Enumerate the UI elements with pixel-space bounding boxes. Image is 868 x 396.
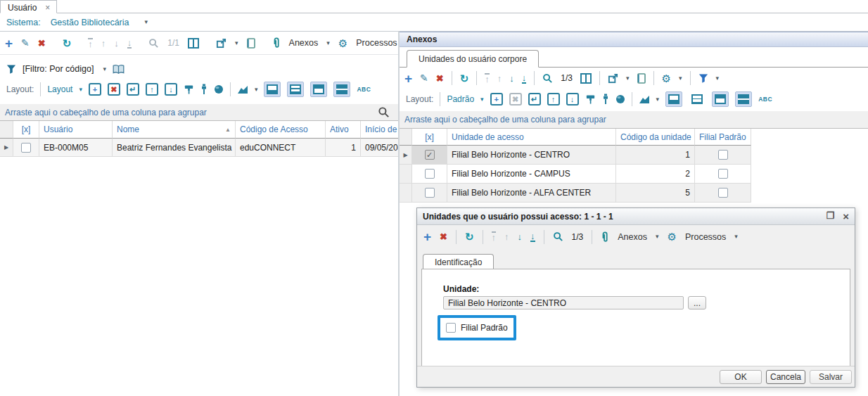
pin-icon[interactable]: [602, 94, 609, 105]
last-record-button[interactable]: ↓: [127, 38, 132, 49]
layout-add-icon[interactable]: +: [490, 93, 503, 106]
view-toggle-top[interactable]: [712, 91, 729, 107]
delete-button[interactable]: ✖: [440, 232, 447, 241]
sphere-icon[interactable]: [214, 84, 224, 94]
header-ativo[interactable]: Ativo: [326, 121, 361, 139]
group-by-bar[interactable]: Arraste aqui o cabeçalho de uma coluna p…: [0, 104, 398, 121]
paint-roller-icon[interactable]: [184, 84, 194, 95]
gear-icon[interactable]: ⚙: [662, 73, 671, 84]
next-record-button[interactable]: ↓: [518, 232, 523, 241]
row-checkbox[interactable]: [21, 143, 31, 153]
anexos-caret-icon[interactable]: ▾: [656, 234, 659, 240]
refresh-button[interactable]: ↻: [465, 231, 474, 242]
layout-export-icon[interactable]: ↓: [566, 93, 579, 106]
search-icon[interactable]: [542, 73, 553, 84]
ok-button[interactable]: OK: [720, 370, 762, 384]
edit-button[interactable]: ✎: [420, 73, 428, 83]
row-checkbox[interactable]: [425, 188, 435, 198]
next-record-button[interactable]: ↓: [509, 74, 514, 83]
pin-icon[interactable]: [200, 84, 208, 95]
first-record-button[interactable]: ↑: [492, 231, 497, 242]
header-usuario[interactable]: Usuário: [39, 121, 113, 139]
spellcheck-icon[interactable]: ABC: [758, 96, 772, 103]
row-select-cell[interactable]: [412, 184, 447, 203]
delete-button[interactable]: ✖: [38, 39, 46, 48]
header-filial-padrao[interactable]: Filial Padrão: [695, 129, 751, 146]
export-icon[interactable]: [216, 38, 226, 49]
anexos-button[interactable]: Anexos: [618, 232, 647, 242]
save-button[interactable]: Salvar: [810, 370, 852, 384]
header-select-all[interactable]: [x]: [412, 129, 447, 146]
cell-filial-padrao[interactable]: [695, 165, 751, 184]
row-select-cell[interactable]: [412, 165, 447, 184]
next-record-button[interactable]: ↓: [114, 39, 119, 48]
header-codigo-unidade[interactable]: Código da unidade: [616, 129, 695, 146]
unidade-field[interactable]: Filial Belo Horizonte - CENTRO: [443, 296, 684, 309]
anexos-caret-icon[interactable]: ▾: [326, 40, 330, 46]
header-codigo-acesso[interactable]: Código de Acesso: [236, 121, 326, 139]
sistema-select[interactable]: Gestão Bibliotecária: [51, 18, 129, 27]
row-checkbox[interactable]: [425, 169, 435, 179]
refresh-button[interactable]: ↻: [460, 73, 469, 84]
book-icon[interactable]: [113, 64, 125, 75]
header-nome[interactable]: Nome ▲: [113, 121, 236, 139]
export-caret-icon[interactable]: ▾: [235, 40, 238, 46]
chart-caret-icon[interactable]: ▾: [255, 87, 258, 93]
processos-button[interactable]: Processos: [356, 38, 397, 48]
dialog-titlebar[interactable]: Unidades que o usuário possui acesso: 1 …: [417, 208, 855, 225]
export-icon[interactable]: [608, 73, 618, 84]
view-toggle-top[interactable]: [310, 82, 327, 97]
columns-icon[interactable]: [188, 38, 199, 49]
report-icon[interactable]: [247, 38, 255, 49]
columns-icon[interactable]: [580, 73, 592, 84]
view-toggle-bottom[interactable]: [264, 82, 281, 97]
table-row[interactable]: Filial Belo Horizonte - CAMPUS 2: [400, 165, 751, 184]
processos-caret-icon[interactable]: ▾: [734, 234, 738, 240]
layout-apply-icon[interactable]: ↵: [528, 93, 541, 106]
filial-padrao-checkbox[interactable]: [718, 169, 728, 179]
layout-export-icon[interactable]: ↓: [165, 83, 177, 96]
last-record-button[interactable]: ↓: [522, 73, 527, 84]
layout-selector[interactable]: Layout: [47, 84, 72, 94]
browse-button[interactable]: ...: [688, 296, 706, 309]
tab-unidades-usuario-corpore[interactable]: Unidades do usuário corpore: [407, 50, 539, 68]
tab-close-icon[interactable]: ×: [45, 3, 50, 13]
filter-caret-icon[interactable]: ▾: [103, 66, 106, 72]
table-row[interactable]: ▶ ✓ Filial Belo Horizonte - CENTRO 1: [400, 146, 751, 165]
anexos-button[interactable]: Anexos: [289, 38, 319, 48]
filial-padrao-checkbox[interactable]: [446, 323, 456, 333]
group-by-bar[interactable]: Arraste aqui o cabeçalho de uma coluna p…: [400, 111, 868, 129]
paint-roller-icon[interactable]: [585, 94, 596, 105]
header-select-all[interactable]: [x]: [13, 121, 39, 139]
row-select-cell[interactable]: [13, 139, 39, 157]
table-row[interactable]: ▶ EB-000M05 Beatriz Fernandes Evangelist…: [0, 139, 398, 157]
table-row[interactable]: Filial Belo Horizonte - ALFA CENTER 5: [400, 184, 751, 203]
layout-import-icon[interactable]: ↑: [547, 93, 560, 106]
layout-caret-icon[interactable]: ▾: [480, 96, 484, 103]
previous-record-button[interactable]: ↑: [101, 39, 106, 48]
add-button[interactable]: +: [404, 72, 412, 85]
row-select-cell[interactable]: ✓: [412, 146, 447, 165]
filter-selector[interactable]: [Filtro: Por código]: [23, 64, 94, 74]
export-caret-icon[interactable]: ▾: [626, 75, 630, 82]
grid-search-icon[interactable]: [378, 106, 390, 118]
chart-icon[interactable]: [639, 95, 650, 104]
search-icon[interactable]: [148, 38, 159, 49]
search-icon[interactable]: [553, 231, 563, 242]
layout-add-icon[interactable]: +: [89, 83, 101, 96]
sphere-icon[interactable]: [615, 94, 625, 104]
tab-usuario[interactable]: Usuário ×: [0, 0, 57, 13]
report-icon[interactable]: [637, 73, 646, 84]
edit-button[interactable]: ✎: [21, 38, 30, 48]
add-button[interactable]: +: [423, 230, 431, 243]
layout-import-icon[interactable]: ↑: [146, 83, 158, 96]
view-toggle-split[interactable]: [287, 82, 304, 97]
close-icon[interactable]: ×: [843, 210, 849, 222]
header-inicio-vigencia[interactable]: Início de V: [361, 121, 398, 139]
layout-apply-icon[interactable]: ↵: [127, 83, 139, 96]
filter-funnel-icon[interactable]: [6, 64, 16, 75]
add-button[interactable]: +: [5, 37, 13, 50]
layout-delete-icon[interactable]: ✖: [108, 83, 120, 96]
previous-record-button[interactable]: ↑: [497, 74, 502, 83]
refresh-button[interactable]: ↻: [63, 38, 72, 49]
